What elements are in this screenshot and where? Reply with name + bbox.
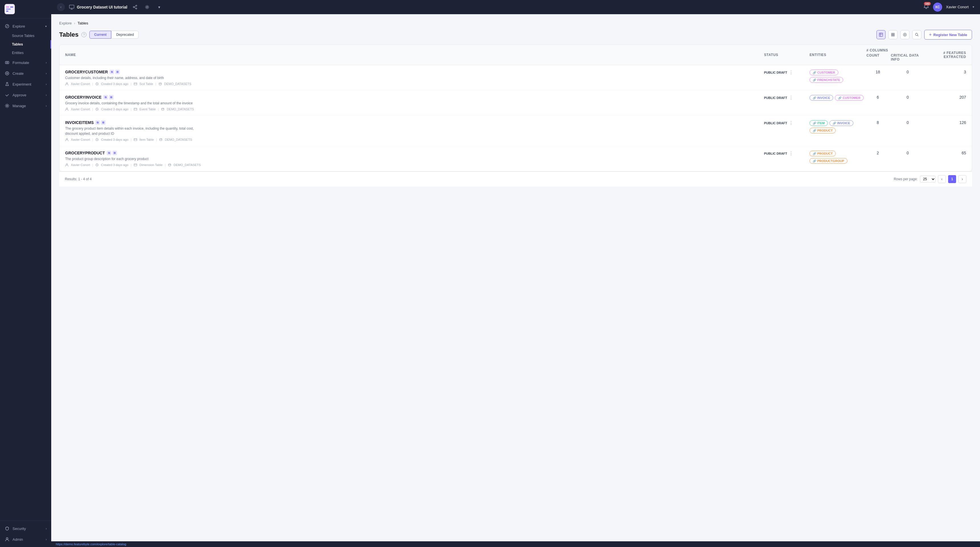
row-features: 126 <box>926 120 966 125</box>
entity-tag-item[interactable]: 🔗 ITEM <box>810 120 828 126</box>
sidebar-item-explore[interactable]: Explore ▾ <box>0 21 51 32</box>
tabs-row: Current Deprecated <box>89 31 138 39</box>
entity-tag-customer[interactable]: 🔗 CUSTOMER <box>810 70 838 75</box>
entity-tag-product2[interactable]: 🔗 PRODUCT <box>810 151 836 156</box>
topbar-actions: ▾ <box>130 3 164 12</box>
source-tables-label: Source Tables <box>12 34 35 38</box>
table-view-button[interactable] <box>877 30 886 39</box>
entity-tag-productgroup[interactable]: 🔗 PRODUCTGROUP <box>810 158 847 164</box>
share-button[interactable] <box>130 3 140 12</box>
rows-per-page: Rows per page: 25 50 100 <box>894 176 935 182</box>
search-button[interactable] <box>912 30 921 39</box>
table-row: GROCERYINVOICE ⧉ ⊞ Grocery invoice detai… <box>59 90 972 116</box>
row-entities-col: 🔗 PRODUCT 🔗 PRODUCTGROUP <box>810 151 867 164</box>
collapse-sidebar-button[interactable]: ‹ <box>57 3 65 11</box>
row-name-col: GROCERYCUSTOMER ⧉ ⊞ Customer details, in… <box>65 70 764 86</box>
entity-tag-invoice2[interactable]: 🔗 INVOICE <box>829 120 853 126</box>
pagination-next-button[interactable]: › <box>958 175 966 183</box>
groceryinvoice-link[interactable]: GROCERYINVOICE <box>65 95 102 100</box>
status-badge: PUBLIC DRAFT <box>764 96 787 100</box>
sidebar-item-experiment[interactable]: Experiment › <box>0 79 51 90</box>
register-plus-icon: + <box>929 32 932 37</box>
user-name: Xavier Conort <box>946 5 969 9</box>
row-status-menu[interactable]: ⋮ <box>789 151 793 156</box>
entity-tag-icon2: 🔗 <box>813 78 816 82</box>
user-dropdown-button[interactable]: ▾ <box>973 5 974 9</box>
row-status-menu[interactable]: ⋮ <box>789 70 793 75</box>
results-text: Results: 1 - 4 of 4 <box>65 177 92 181</box>
sidebar-item-security[interactable]: Security › <box>0 523 51 534</box>
copy-icon[interactable]: ⧉ <box>103 95 108 100</box>
row-critical: 0 <box>889 151 926 155</box>
notification-button[interactable]: 182 <box>923 4 929 10</box>
tag-icon[interactable]: ⊞ <box>101 120 105 125</box>
row-status-col: PUBLIC DRAFT ⋮ <box>764 151 810 156</box>
page-header: Tables ? Current Deprecated <box>59 30 972 40</box>
clock-meta-icon <box>95 138 99 141</box>
table-meta-icon <box>134 163 137 166</box>
gear-icon <box>145 5 150 10</box>
sidebar-item-formulate[interactable]: Formulate › <box>0 57 51 68</box>
clock-meta-icon <box>95 163 99 166</box>
user-meta-icon <box>65 108 68 111</box>
col-features-header: # Features Extracted <box>926 51 966 59</box>
create-chevron: › <box>46 72 47 75</box>
page-title-row: Tables ? Current Deprecated <box>59 31 138 39</box>
pagination-page-1: 1 <box>948 175 956 183</box>
entity-tag-customer2[interactable]: 🔗 CUSTOMER <box>835 95 864 101</box>
sidebar-item-admin[interactable]: Admin › <box>0 534 51 545</box>
rows-per-page-select[interactable]: 25 50 100 <box>920 176 935 182</box>
groceryproduct-link[interactable]: GROCERYPRODUCT <box>65 151 105 155</box>
svg-rect-29 <box>134 138 137 141</box>
entity-tag-frenchstate[interactable]: 🔗 FRENCHSTATE <box>810 77 843 83</box>
svg-rect-1 <box>6 6 9 8</box>
sidebar-item-create[interactable]: Create › <box>0 68 51 79</box>
admin-icon <box>5 537 10 542</box>
pagination-prev-button[interactable]: ‹ <box>938 175 946 183</box>
admin-chevron: › <box>46 538 47 541</box>
approve-icon <box>5 92 10 98</box>
topbar: ‹ Grocery Dataset UI tutorial ▾ 182 XC <box>51 0 980 14</box>
tab-deprecated[interactable]: Deprecated <box>111 31 138 39</box>
table-view-icon <box>879 33 883 36</box>
rows-per-page-label: Rows per page: <box>894 177 918 181</box>
grid-view-button[interactable] <box>888 30 897 39</box>
sidebar-item-manage[interactable]: Manage › <box>0 100 51 111</box>
manage-chevron: › <box>46 104 47 108</box>
breadcrumb-separator: › <box>74 21 75 25</box>
dropdown-button[interactable]: ▾ <box>154 3 164 12</box>
svg-rect-2 <box>6 8 11 10</box>
experiment-icon <box>5 82 10 87</box>
copy-icon[interactable]: ⧉ <box>107 151 111 155</box>
row-status-menu[interactable]: ⋮ <box>789 120 793 126</box>
sidebar-item-entities[interactable]: Entities <box>0 49 51 57</box>
row-name: INVOICEITEMS ⧉ ⊞ <box>65 120 764 125</box>
manage-label: Manage <box>13 104 26 108</box>
sidebar-item-source-tables[interactable]: Source Tables <box>0 32 51 40</box>
svg-point-11 <box>136 5 137 6</box>
tab-current[interactable]: Current <box>89 31 111 39</box>
svg-point-22 <box>159 83 161 84</box>
filter-button[interactable] <box>900 30 910 39</box>
entity-tag-invoice[interactable]: 🔗 INVOICE <box>810 95 833 101</box>
tag-icon[interactable]: ⊞ <box>109 95 113 100</box>
row-entities-col: 🔗 CUSTOMER 🔗 FRENCHSTATE <box>810 70 867 83</box>
copy-icon[interactable]: ⧉ <box>95 120 100 125</box>
grocerycustomer-link[interactable]: GROCERYCUSTOMER <box>65 70 108 74</box>
breadcrumb-explore[interactable]: Explore <box>59 21 72 25</box>
row-status-menu[interactable]: ⋮ <box>789 95 793 100</box>
entity-tag-product[interactable]: 🔗 PRODUCT <box>810 128 836 133</box>
table-header: Name Status Entities # Columns Count Cri… <box>59 45 972 65</box>
monitor-icon <box>69 4 75 10</box>
row-meta: Xavier Conort | Created 3 days ago | Dim… <box>65 163 764 166</box>
sidebar-item-tables[interactable]: Tables <box>0 40 51 49</box>
help-icon[interactable]: ? <box>81 32 86 37</box>
tag-icon[interactable]: ⊞ <box>115 70 120 74</box>
svg-rect-3 <box>6 11 8 12</box>
invoiceitems-link[interactable]: INVOICEITEMS <box>65 120 94 125</box>
copy-icon[interactable]: ⧉ <box>110 70 114 74</box>
settings-button[interactable] <box>143 3 152 12</box>
sidebar-item-approve[interactable]: Approve › <box>0 90 51 100</box>
register-new-table-button[interactable]: + Register New Table <box>924 30 972 40</box>
tag-icon[interactable]: ⊞ <box>112 151 117 155</box>
